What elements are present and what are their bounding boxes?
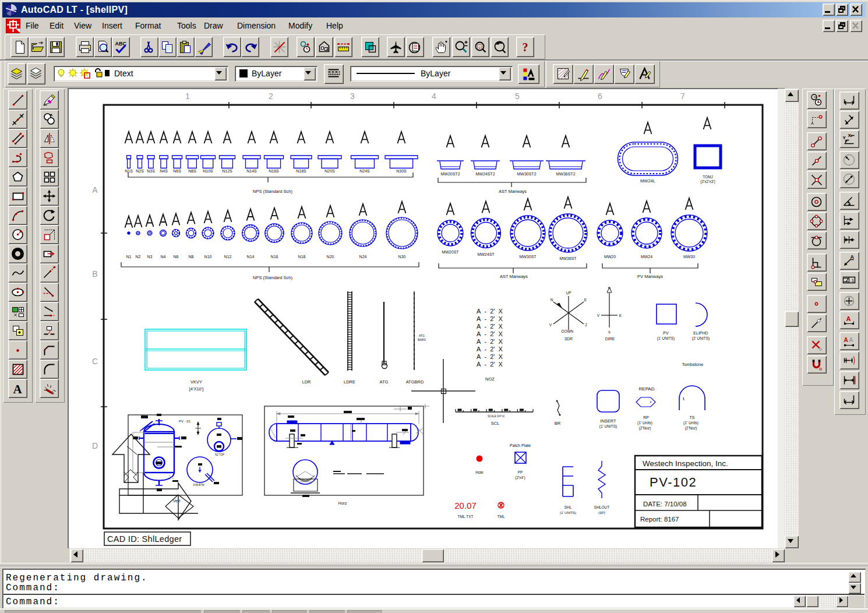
svg-text:N: N	[608, 286, 611, 290]
svg-text:(2'Noz): (2'Noz)	[685, 426, 697, 431]
svg-text:4: 4	[432, 91, 436, 101]
svg-text:(2'x4'): (2'x4')	[515, 475, 525, 480]
svg-text:A - 2' X: A - 2' X	[477, 315, 503, 322]
svg-text:A - 2' X: A - 2' X	[477, 338, 503, 345]
svg-text:(SP): (SP)	[598, 511, 605, 515]
svg-text:N18S: N18S	[296, 169, 306, 173]
svg-text:5: 5	[515, 91, 520, 101]
svg-text:MW24: MW24	[641, 255, 652, 259]
svg-text:TS: TS	[690, 415, 695, 420]
svg-text:PV-102: PV-102	[650, 475, 697, 489]
svg-text:MW20ST: MW20ST	[442, 250, 459, 254]
svg-text:?: ?	[522, 40, 528, 53]
svg-text:PV Manways: PV Manways	[637, 274, 663, 279]
svg-text:N24: N24	[359, 255, 367, 259]
svg-text:V: V	[597, 313, 600, 318]
svg-text:S: S	[608, 330, 611, 334]
svg-text:MW30: MW30	[683, 255, 695, 259]
svg-text:A: A	[849, 336, 853, 343]
svg-text:N20: N20	[327, 255, 334, 259]
svg-text:B: B	[92, 269, 97, 279]
svg-text:N8: N8	[189, 255, 194, 259]
svg-text:N16: N16	[271, 255, 278, 259]
svg-text:A - 2' X: A - 2' X	[477, 330, 503, 337]
svg-text:N1S: N1S	[125, 169, 133, 173]
svg-text:A: A	[851, 253, 855, 259]
svg-text:ATG: ATG	[419, 334, 425, 337]
svg-text:ATGBRD: ATGBRD	[406, 379, 424, 385]
svg-text:6: 6	[598, 91, 602, 101]
svg-text:A: A	[92, 185, 98, 195]
svg-text:AST Manways: AST Manways	[499, 189, 527, 194]
svg-text:N2S: N2S	[136, 169, 144, 173]
svg-text:LDR: LDR	[302, 379, 311, 385]
svg-text:3: 3	[350, 91, 355, 101]
svg-text:N3S: N3S	[147, 169, 155, 173]
svg-text:N30: N30	[398, 255, 406, 259]
svg-text:N4S: N4S	[160, 169, 168, 173]
svg-text:DATE: 7/10/08: DATE: 7/10/08	[643, 501, 687, 508]
svg-text:INSERT: INSERT	[600, 418, 616, 424]
svg-text:N: N	[551, 298, 553, 302]
svg-text:TML.TXT: TML.TXT	[457, 515, 473, 519]
svg-text:A - 2' X: A - 2' X	[477, 346, 503, 353]
svg-text:N3: N3	[147, 255, 153, 259]
svg-text:RP: RP	[643, 415, 649, 420]
svg-text:PV: PV	[663, 331, 669, 335]
svg-text:MW20: MW20	[604, 255, 616, 259]
svg-text:A: A	[846, 315, 851, 322]
svg-text:Westech Inspection, Inc.: Westech Inspection, Inc.	[643, 459, 728, 468]
svg-text:(1' UNITS): (1' UNITS)	[657, 336, 675, 341]
svg-text:VKVY: VKVY	[190, 379, 202, 385]
svg-text:A: A	[844, 336, 848, 343]
svg-text:MW36ST2: MW36ST2	[556, 172, 575, 176]
svg-text:N8S: N8S	[188, 169, 196, 173]
svg-text:N10: N10	[204, 255, 212, 259]
svg-text:Vert: Vert	[173, 499, 181, 503]
svg-text:LDRE: LDRE	[344, 379, 355, 385]
svg-text:AST Manways: AST Manways	[500, 274, 528, 279]
svg-text:SCALE 3/4''=1': SCALE 3/4''=1'	[488, 415, 505, 418]
svg-text:MW30ST: MW30ST	[519, 255, 537, 259]
svg-text:2: 2	[269, 91, 273, 101]
svg-text:[4'X10']: [4'X10']	[189, 386, 204, 392]
svg-text:Y: Y	[843, 135, 846, 140]
svg-text:DOWN: DOWN	[562, 329, 574, 333]
svg-text:SHL: SHL	[564, 505, 572, 509]
svg-text:(2'x2'x3'): (2'x2'x3')	[700, 179, 715, 184]
svg-text:CAD ID: ShlLedger: CAD ID: ShlLedger	[107, 534, 182, 544]
svg-text:N2 TOP: N2 TOP	[215, 453, 224, 456]
svg-text:(1' UNITS): (1' UNITS)	[599, 424, 618, 429]
svg-text:UP: UP	[566, 291, 571, 295]
svg-text:TML: TML	[497, 515, 505, 519]
svg-text:N18: N18	[298, 255, 306, 259]
svg-text:D: D	[92, 441, 98, 450]
svg-text:(1' UNITS): (1' UNITS)	[560, 511, 576, 515]
svg-text:REPAD: REPAD	[639, 386, 655, 392]
svg-text:N30S: N30S	[396, 169, 407, 173]
svg-text:2: 2	[585, 323, 587, 327]
svg-text:(1' Units): (1' Units)	[637, 421, 652, 425]
svg-text:N14S: N14S	[246, 169, 257, 173]
svg-text:3DR: 3DR	[564, 337, 573, 341]
svg-text:N2: N2	[136, 255, 141, 259]
svg-text:(2' UNITS): (2' UNITS)	[692, 336, 710, 341]
svg-text:N12S: N12S	[222, 169, 232, 173]
svg-text:PP: PP	[518, 470, 523, 474]
svg-text:N24S: N24S	[359, 169, 370, 173]
svg-text:E: E	[619, 313, 622, 318]
svg-text:PV - 01: PV - 01	[179, 420, 191, 423]
svg-text:Patch Plate: Patch Plate	[510, 443, 531, 448]
svg-text:(1' Units): (1' Units)	[683, 421, 698, 425]
svg-text:20.07: 20.07	[454, 501, 477, 510]
svg-text:V: V	[549, 323, 552, 327]
svg-text:NPS (Standard Sch): NPS (Standard Sch)	[253, 275, 292, 280]
svg-text:Report: 8167: Report: 8167	[640, 516, 679, 523]
svg-text:N6: N6	[174, 255, 179, 259]
svg-text:(2'Noz): (2'Noz)	[639, 426, 651, 431]
svg-text:ATG: ATG	[380, 379, 389, 385]
svg-text:NPS (Standard Sch): NPS (Standard Sch)	[253, 189, 292, 194]
svg-text:MW36ST: MW36ST	[559, 256, 577, 260]
svg-text:N4: N4	[161, 255, 166, 259]
svg-text:.1: .1	[851, 277, 855, 283]
